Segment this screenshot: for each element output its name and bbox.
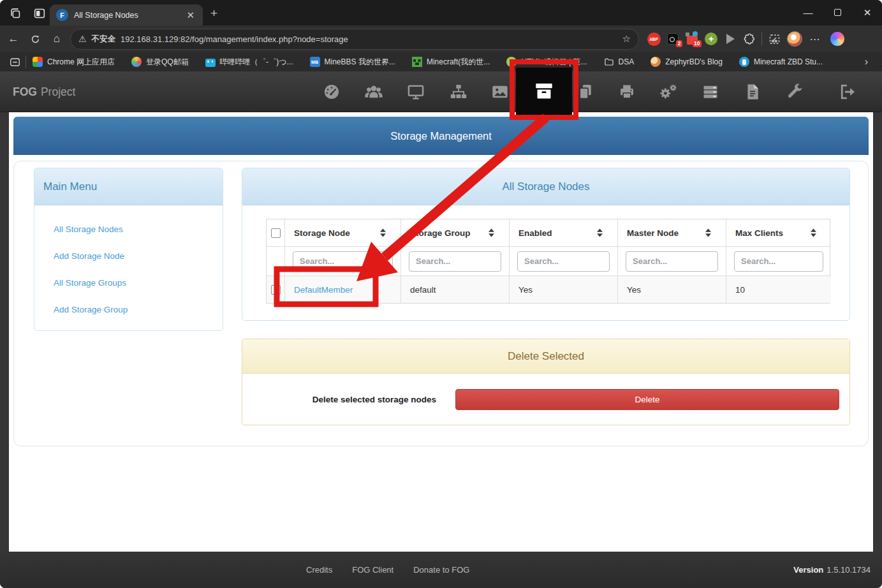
delete-selected-panel: Delete Selected Delete selected storage … [242, 339, 850, 425]
footer-link-fog-client[interactable]: FOG Client [352, 565, 393, 575]
column-header-enabled[interactable]: Enabled [509, 219, 617, 246]
workspaces-icon[interactable] [6, 5, 25, 22]
tab-close-icon[interactable]: ✕ [184, 10, 196, 21]
nav-reports-icon[interactable] [737, 71, 768, 112]
bookmark-chrome-store[interactable]: Chrome 网上应用店 [33, 57, 115, 68]
add-extension-icon[interactable]: + [702, 29, 721, 49]
menu-item[interactable]: All Storage Groups [54, 269, 223, 296]
storage-node-link[interactable]: DefaultMember [294, 285, 353, 295]
window-minimize-button[interactable]: — [793, 0, 823, 25]
cell-storage-group: default [401, 276, 509, 303]
delete-panel-title: Delete Selected [508, 350, 584, 363]
fog-brand[interactable]: FOGProject [13, 71, 75, 112]
sort-icon[interactable] [379, 228, 386, 237]
browser-tab[interactable]: F All Storage Nodes ✕ [50, 4, 203, 26]
content-container: Main Menu All Storage Nodes Add Storage … [13, 161, 869, 446]
runoob-favicon [506, 57, 517, 67]
nav-snapins-icon[interactable] [570, 71, 601, 112]
select-all-cell [267, 219, 284, 246]
window-maximize-button[interactable] [823, 0, 852, 25]
nav-configuration-icon[interactable] [779, 71, 811, 112]
search-input-master-node[interactable] [626, 251, 718, 272]
nav-users-icon[interactable] [358, 71, 390, 112]
nav-tasks-icon[interactable] [695, 71, 726, 112]
page-title: Storage Management [390, 130, 492, 142]
nav-storage-icon-active[interactable] [516, 68, 572, 115]
extensions-puzzle-icon[interactable] [740, 29, 759, 49]
column-header-master-node[interactable]: Master Node [617, 219, 726, 246]
search-cell [726, 246, 831, 276]
back-button[interactable]: ← [3, 29, 24, 49]
creeper-favicon [412, 57, 422, 67]
extension-icon-2[interactable]: 2 [663, 29, 682, 49]
search-cell [284, 246, 401, 276]
menu-item[interactable]: Add Storage Node [54, 242, 223, 269]
bookmarks-overflow-chevron[interactable]: › [865, 56, 876, 68]
new-tab-button[interactable]: + [210, 6, 217, 20]
browser-menu-icon[interactable]: ⋯ [805, 29, 825, 49]
column-header-storage-node[interactable]: Storage Node [284, 219, 401, 246]
fog-footer: Credits FOG Client Donate to FOG Version… [0, 552, 882, 588]
main-menu-list: All Storage Nodes Add Storage Node All S… [34, 205, 223, 323]
delete-button[interactable]: Delete [455, 389, 839, 410]
main-menu-title: Main Menu [43, 180, 97, 193]
bookmark-minecraft-zbd[interactable]: Minecraft ZBD Stu... [739, 57, 823, 67]
menu-link-add-storage-group[interactable]: Add Storage Group [54, 305, 128, 314]
search-cell [617, 246, 726, 276]
bookmark-dsa-folder[interactable]: DSA [604, 57, 635, 67]
cell-master-node: Yes [617, 276, 726, 303]
nav-services-icon[interactable] [652, 71, 684, 112]
bilibili-favicon [205, 59, 216, 67]
bookmark-minebbs[interactable]: MB MineBBS 我的世界... [310, 57, 395, 68]
nav-groups-icon[interactable] [443, 71, 474, 112]
home-button[interactable]: ⌂ [46, 29, 68, 49]
menu-link-all-storage-nodes[interactable]: All Storage Nodes [54, 224, 123, 234]
search-input-max-clients[interactable] [734, 251, 823, 272]
copilot-icon[interactable] [825, 29, 850, 49]
search-input-storage-group[interactable] [409, 251, 501, 272]
sidebar-toggle-icon[interactable] [6, 52, 23, 72]
bookmark-minecraft[interactable]: Minecraft(我的世... [412, 57, 490, 68]
column-header-max-clients[interactable]: Max Clients [726, 219, 831, 246]
bookmark-bilibili[interactable]: 哔哩哔哩（゜-゜)つ... [205, 57, 293, 68]
select-all-checkbox[interactable] [271, 228, 281, 238]
row-checkbox-cell [267, 276, 284, 303]
sort-icon[interactable] [596, 228, 603, 237]
screenshot-tool-icon[interactable] [765, 29, 784, 49]
adblock-extension-icon[interactable]: ABP [644, 29, 663, 49]
tab-actions-icon[interactable] [30, 5, 49, 22]
address-bar[interactable]: ⚠ 不安全 192.168.31.129:82/fog/management/i… [70, 29, 639, 50]
nav-logout-icon[interactable] [832, 71, 864, 112]
nav-images-icon[interactable] [484, 71, 516, 112]
row-checkbox[interactable] [271, 285, 281, 295]
sort-icon[interactable] [488, 228, 495, 237]
footer-link-donate[interactable]: Donate to FOG [413, 565, 469, 575]
bookmark-zephyr-blog[interactable]: ZephyrBD's Blog [650, 57, 723, 67]
profile-avatar[interactable] [784, 29, 805, 49]
search-input-storage-node[interactable] [293, 251, 393, 272]
window-close-button[interactable]: ✕ [853, 0, 882, 25]
play-extension-icon[interactable] [721, 29, 740, 49]
fog-navbar: FOGProject [0, 71, 882, 112]
bookmark-qq-mail[interactable]: 登录QQ邮箱 [131, 57, 189, 68]
menu-link-all-storage-groups[interactable]: All Storage Groups [54, 278, 126, 288]
footer-link-credits[interactable]: Credits [306, 565, 332, 575]
sort-icon[interactable] [705, 228, 712, 237]
url-text[interactable]: 192.168.31.129:82/fog/management/index.p… [121, 34, 617, 44]
nav-dashboard-icon[interactable] [316, 71, 348, 112]
refresh-button[interactable] [24, 29, 46, 49]
nav-hosts-icon[interactable] [400, 71, 432, 112]
sort-icon[interactable] [810, 228, 817, 237]
nav-printers-icon[interactable] [611, 71, 643, 112]
menu-item[interactable]: All Storage Nodes [54, 216, 223, 242]
search-cell [509, 246, 617, 276]
bookmark-html-editor[interactable]: HTML 编辑器 | 菜... [506, 57, 587, 68]
search-input-enabled[interactable] [517, 251, 610, 272]
bookmark-star-icon[interactable]: ☆ [622, 33, 631, 45]
menu-link-add-storage-node[interactable]: Add Storage Node [54, 251, 124, 261]
column-header-storage-group[interactable]: Storage Group [401, 219, 509, 246]
menu-item[interactable]: Add Storage Group [54, 296, 223, 323]
chrome-store-favicon [33, 57, 43, 67]
extension-icon-10[interactable]: 10 [682, 29, 702, 49]
zbd-favicon [739, 57, 749, 67]
